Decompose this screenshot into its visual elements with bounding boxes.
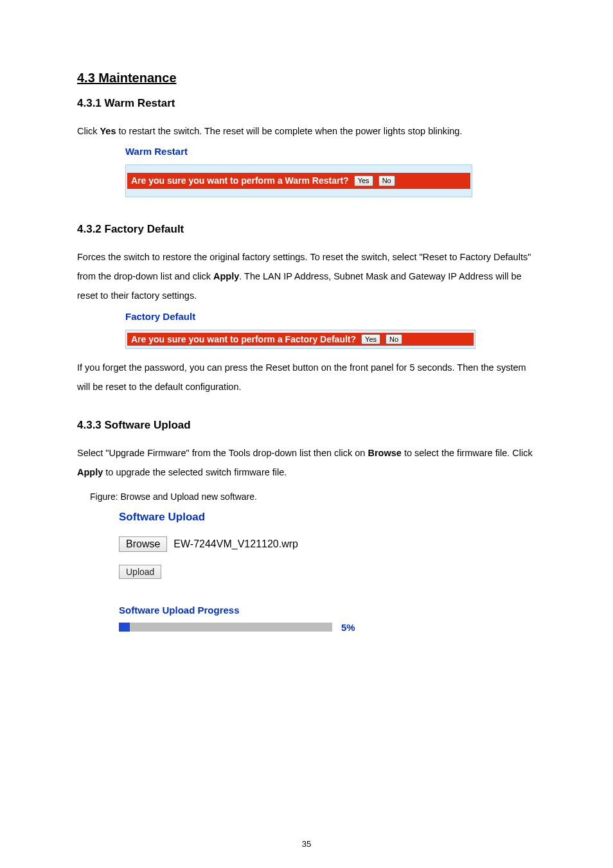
- warm-restart-yes-button[interactable]: Yes: [354, 175, 373, 186]
- figure-caption: Figure: Browse and Upload new software.: [90, 492, 536, 502]
- warm-restart-bar: Are you sure you want to perform a Warm …: [127, 173, 470, 188]
- selected-filename: EW-7244VM_V121120.wrp: [173, 538, 298, 550]
- factory-default-question: Are you sure you want to perform a Facto…: [130, 334, 356, 344]
- section-heading-maintenance: 4.3 Maintenance: [77, 71, 536, 85]
- factory-default-yes-button[interactable]: Yes: [361, 334, 380, 344]
- warm-restart-panel: Warm Restart Are you sure you want to pe…: [125, 146, 472, 197]
- factory-default-box: Are you sure you want to perform a Facto…: [125, 330, 475, 349]
- subsection-heading-warm-restart: 4.3.1 Warm Restart: [77, 97, 536, 110]
- software-upload-progress-title: Software Upload Progress: [119, 605, 479, 616]
- paragraph-software-upload: Select "Upgrade Firmware" from the Tools…: [77, 443, 536, 483]
- factory-default-title: Factory Default: [125, 311, 475, 322]
- text-bold: Browse: [368, 448, 401, 458]
- text: Select "Upgrade Firmware" from the Tools…: [77, 448, 368, 458]
- browse-button[interactable]: Browse: [119, 536, 167, 552]
- browse-row: Browse EW-7244VM_V121120.wrp: [119, 536, 479, 552]
- text-bold: Apply: [77, 467, 103, 477]
- software-upload-title: Software Upload: [119, 511, 479, 524]
- paragraph-factory-default-a: Forces the switch to restore the origina…: [77, 247, 536, 306]
- factory-default-no-button[interactable]: No: [386, 334, 402, 344]
- text-bold: Yes: [100, 126, 116, 136]
- text-bold: Apply: [213, 271, 239, 281]
- subsection-heading-software-upload: 4.3.3 Software Upload: [77, 419, 536, 432]
- progress-percent: 5%: [341, 622, 355, 633]
- progress-row: 5%: [119, 622, 479, 633]
- page-number: 35: [0, 839, 613, 849]
- progress-bar: [119, 623, 332, 632]
- text: to restart the switch. The reset will be…: [116, 126, 462, 136]
- upload-button[interactable]: Upload: [119, 565, 161, 579]
- subsection-heading-factory-default: 4.3.2 Factory Default: [77, 223, 536, 236]
- paragraph-warm-restart: Click Yes to restart the switch. The res…: [77, 121, 536, 141]
- software-upload-section: Software Upload Browse EW-7244VM_V121120…: [119, 511, 479, 633]
- text: to upgrade the selected switch firmware …: [103, 467, 287, 477]
- text: to select the firmware file. Click: [402, 448, 533, 458]
- warm-restart-box: Are you sure you want to perform a Warm …: [125, 164, 472, 197]
- paragraph-factory-default-b: If you forget the password, you can pres…: [77, 358, 536, 397]
- warm-restart-title: Warm Restart: [125, 146, 472, 157]
- progress-bar-fill: [119, 623, 130, 632]
- warm-restart-no-button[interactable]: No: [378, 175, 395, 186]
- text: Click: [77, 126, 100, 136]
- warm-restart-question: Are you sure you want to perform a Warm …: [130, 175, 349, 186]
- factory-default-bar: Are you sure you want to perform a Facto…: [127, 333, 474, 346]
- factory-default-panel: Factory Default Are you sure you want to…: [125, 311, 475, 349]
